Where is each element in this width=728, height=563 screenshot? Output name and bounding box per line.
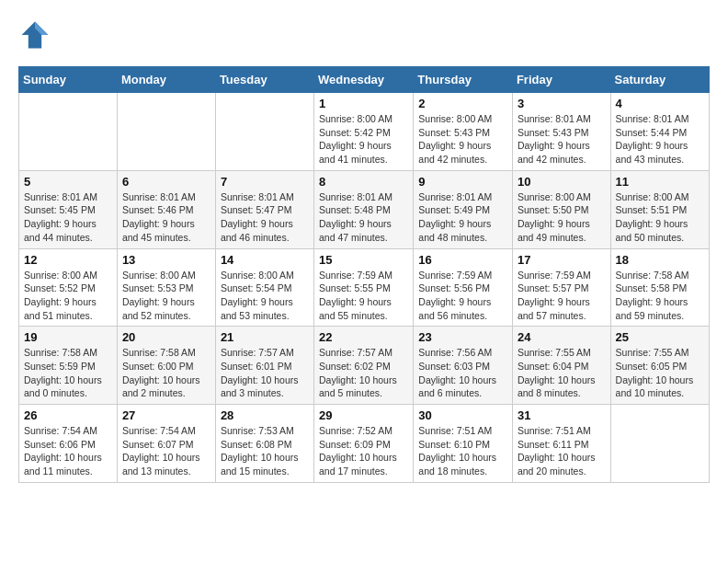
logo — [18, 18, 55, 52]
day-number: 6 — [122, 175, 210, 189]
day-number: 20 — [122, 330, 210, 344]
calendar-cell: 10Sunrise: 8:00 AM Sunset: 5:50 PM Dayli… — [512, 170, 610, 248]
page-header — [18, 18, 710, 52]
day-number: 16 — [418, 253, 507, 267]
calendar-cell: 15Sunrise: 7:59 AM Sunset: 5:55 PM Dayli… — [314, 248, 414, 327]
calendar-cell: 24Sunrise: 7:55 AM Sunset: 6:04 PM Dayli… — [512, 327, 610, 405]
calendar-table: SundayMondayTuesdayWednesdayThursdayFrid… — [18, 66, 710, 483]
calendar-cell: 14Sunrise: 8:00 AM Sunset: 5:54 PM Dayli… — [215, 248, 313, 327]
day-number: 26 — [24, 408, 112, 422]
day-number: 25 — [616, 330, 704, 344]
day-info: Sunrise: 8:00 AM Sunset: 5:54 PM Dayligh… — [221, 269, 309, 323]
calendar-cell — [215, 93, 313, 171]
calendar-cell: 23Sunrise: 7:56 AM Sunset: 6:03 PM Dayli… — [414, 327, 513, 405]
day-info: Sunrise: 8:01 AM Sunset: 5:43 PM Dayligh… — [518, 112, 606, 167]
calendar-cell: 18Sunrise: 7:58 AM Sunset: 5:58 PM Dayli… — [610, 248, 709, 327]
day-number: 13 — [122, 253, 210, 267]
day-info: Sunrise: 8:01 AM Sunset: 5:45 PM Dayligh… — [24, 190, 112, 245]
day-info: Sunrise: 7:54 AM Sunset: 6:06 PM Dayligh… — [24, 424, 112, 478]
day-header-monday: Monday — [117, 67, 215, 93]
day-header-tuesday: Tuesday — [215, 67, 313, 93]
day-number: 11 — [616, 175, 704, 189]
day-info: Sunrise: 7:51 AM Sunset: 6:11 PM Dayligh… — [518, 424, 606, 478]
calendar-cell — [19, 93, 118, 171]
day-info: Sunrise: 7:55 AM Sunset: 6:05 PM Dayligh… — [616, 346, 704, 400]
calendar-cell: 5Sunrise: 8:01 AM Sunset: 5:45 PM Daylig… — [19, 170, 118, 248]
calendar-week-row: 26Sunrise: 7:54 AM Sunset: 6:06 PM Dayli… — [19, 405, 710, 483]
calendar-cell: 3Sunrise: 8:01 AM Sunset: 5:43 PM Daylig… — [512, 93, 610, 171]
calendar-cell: 13Sunrise: 8:00 AM Sunset: 5:53 PM Dayli… — [117, 248, 215, 327]
day-info: Sunrise: 8:00 AM Sunset: 5:50 PM Dayligh… — [518, 190, 606, 245]
calendar-week-row: 1Sunrise: 8:00 AM Sunset: 5:42 PM Daylig… — [19, 93, 710, 171]
day-number: 19 — [24, 330, 112, 344]
day-number: 22 — [319, 330, 408, 344]
day-number: 14 — [221, 253, 309, 267]
calendar-cell: 25Sunrise: 7:55 AM Sunset: 6:05 PM Dayli… — [610, 327, 709, 405]
calendar-cell — [610, 405, 709, 483]
calendar-cell: 28Sunrise: 7:53 AM Sunset: 6:08 PM Dayli… — [215, 405, 313, 483]
calendar-cell: 4Sunrise: 8:01 AM Sunset: 5:44 PM Daylig… — [610, 93, 709, 171]
calendar-cell — [117, 93, 215, 171]
day-info: Sunrise: 8:01 AM Sunset: 5:46 PM Dayligh… — [122, 190, 210, 245]
day-number: 31 — [518, 408, 606, 422]
day-header-saturday: Saturday — [610, 67, 709, 93]
day-info: Sunrise: 7:51 AM Sunset: 6:10 PM Dayligh… — [418, 424, 507, 478]
day-info: Sunrise: 8:01 AM Sunset: 5:47 PM Dayligh… — [221, 190, 309, 245]
calendar-cell: 11Sunrise: 8:00 AM Sunset: 5:51 PM Dayli… — [610, 170, 709, 248]
calendar-cell: 22Sunrise: 7:57 AM Sunset: 6:02 PM Dayli… — [314, 327, 414, 405]
day-header-wednesday: Wednesday — [314, 67, 414, 93]
day-info: Sunrise: 8:00 AM Sunset: 5:43 PM Dayligh… — [418, 112, 507, 167]
day-number: 27 — [122, 408, 210, 422]
day-number: 12 — [24, 253, 112, 267]
calendar-cell: 9Sunrise: 8:01 AM Sunset: 5:49 PM Daylig… — [414, 170, 513, 248]
calendar-cell: 20Sunrise: 7:58 AM Sunset: 6:00 PM Dayli… — [117, 327, 215, 405]
day-number: 28 — [221, 408, 309, 422]
calendar-cell: 26Sunrise: 7:54 AM Sunset: 6:06 PM Dayli… — [19, 405, 118, 483]
day-number: 7 — [221, 175, 309, 189]
day-number: 3 — [518, 97, 606, 110]
day-info: Sunrise: 7:59 AM Sunset: 5:56 PM Dayligh… — [418, 269, 507, 323]
day-info: Sunrise: 7:58 AM Sunset: 5:58 PM Dayligh… — [616, 269, 704, 323]
day-info: Sunrise: 8:00 AM Sunset: 5:52 PM Dayligh… — [24, 269, 112, 323]
calendar-cell: 1Sunrise: 8:00 AM Sunset: 5:42 PM Daylig… — [314, 93, 414, 171]
day-info: Sunrise: 7:59 AM Sunset: 5:57 PM Dayligh… — [518, 269, 606, 323]
day-number: 24 — [518, 330, 606, 344]
calendar-cell: 8Sunrise: 8:01 AM Sunset: 5:48 PM Daylig… — [314, 170, 414, 248]
day-info: Sunrise: 8:01 AM Sunset: 5:44 PM Dayligh… — [616, 112, 704, 167]
day-info: Sunrise: 7:58 AM Sunset: 6:00 PM Dayligh… — [122, 346, 210, 400]
day-info: Sunrise: 7:58 AM Sunset: 5:59 PM Dayligh… — [24, 346, 112, 400]
logo-icon — [18, 18, 51, 52]
calendar-cell: 21Sunrise: 7:57 AM Sunset: 6:01 PM Dayli… — [215, 327, 313, 405]
day-number: 1 — [319, 97, 408, 110]
day-number: 10 — [518, 175, 606, 189]
day-header-sunday: Sunday — [19, 67, 118, 93]
day-number: 30 — [418, 408, 507, 422]
calendar-header-row: SundayMondayTuesdayWednesdayThursdayFrid… — [19, 67, 710, 93]
calendar-cell: 31Sunrise: 7:51 AM Sunset: 6:11 PM Dayli… — [512, 405, 610, 483]
day-info: Sunrise: 7:59 AM Sunset: 5:55 PM Dayligh… — [319, 269, 408, 323]
calendar-cell: 17Sunrise: 7:59 AM Sunset: 5:57 PM Dayli… — [512, 248, 610, 327]
day-number: 9 — [418, 175, 507, 189]
day-info: Sunrise: 8:00 AM Sunset: 5:53 PM Dayligh… — [122, 269, 210, 323]
day-info: Sunrise: 7:52 AM Sunset: 6:09 PM Dayligh… — [319, 424, 408, 478]
calendar-cell: 30Sunrise: 7:51 AM Sunset: 6:10 PM Dayli… — [414, 405, 513, 483]
calendar-cell: 7Sunrise: 8:01 AM Sunset: 5:47 PM Daylig… — [215, 170, 313, 248]
day-info: Sunrise: 7:53 AM Sunset: 6:08 PM Dayligh… — [221, 424, 309, 478]
day-info: Sunrise: 8:01 AM Sunset: 5:49 PM Dayligh… — [418, 190, 507, 245]
day-number: 23 — [418, 330, 507, 344]
day-number: 8 — [319, 175, 408, 189]
day-info: Sunrise: 8:00 AM Sunset: 5:42 PM Dayligh… — [319, 112, 408, 167]
calendar-cell: 16Sunrise: 7:59 AM Sunset: 5:56 PM Dayli… — [414, 248, 513, 327]
calendar-cell: 2Sunrise: 8:00 AM Sunset: 5:43 PM Daylig… — [414, 93, 513, 171]
day-info: Sunrise: 7:56 AM Sunset: 6:03 PM Dayligh… — [418, 346, 507, 400]
day-number: 15 — [319, 253, 408, 267]
day-number: 18 — [616, 253, 704, 267]
day-info: Sunrise: 8:01 AM Sunset: 5:48 PM Dayligh… — [319, 190, 408, 245]
calendar-cell: 12Sunrise: 8:00 AM Sunset: 5:52 PM Dayli… — [19, 248, 118, 327]
day-info: Sunrise: 7:54 AM Sunset: 6:07 PM Dayligh… — [122, 424, 210, 478]
calendar-week-row: 19Sunrise: 7:58 AM Sunset: 5:59 PM Dayli… — [19, 327, 710, 405]
calendar-cell: 6Sunrise: 8:01 AM Sunset: 5:46 PM Daylig… — [117, 170, 215, 248]
day-info: Sunrise: 7:55 AM Sunset: 6:04 PM Dayligh… — [518, 346, 606, 400]
day-info: Sunrise: 7:57 AM Sunset: 6:01 PM Dayligh… — [221, 346, 309, 400]
day-number: 21 — [221, 330, 309, 344]
